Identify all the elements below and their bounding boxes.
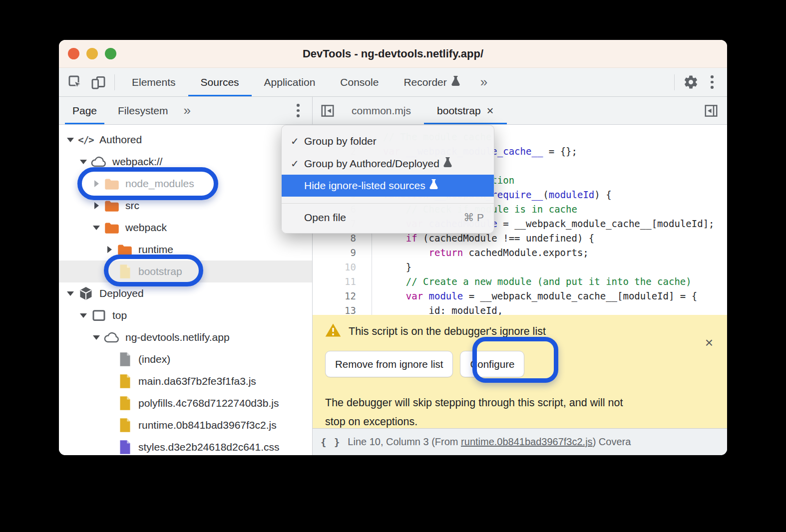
zoom-window-button[interactable] (105, 48, 116, 59)
code-line-text: var module = __webpack_module_cache__[mo… (383, 289, 697, 303)
tree-item-top[interactable]: top (59, 304, 312, 326)
ignore-list-banner: This script is on the debugger's ignore … (313, 315, 727, 428)
tree-item-bootstrap[interactable]: bootstrap (59, 261, 312, 282)
tree-item-label: (index) (138, 353, 170, 365)
tree-item-ng-devtools-netlify-app[interactable]: ng-devtools.netlify.app (59, 326, 312, 348)
tree-item-webpack[interactable]: webpack (59, 217, 312, 239)
menu-item-label: Group by Authored/Deployed (304, 158, 439, 170)
banner-close-icon[interactable]: × (700, 334, 718, 352)
sidebar-kebab-icon[interactable] (288, 101, 308, 121)
source-map-link[interactable]: runtime.0b841bad3967f3c2.js (461, 436, 593, 447)
menu-item-group-by-folder[interactable]: ✓Group by folder (282, 130, 494, 152)
code-line: 13 id: moduleId, (313, 303, 727, 315)
sidebar-tab-filesystem[interactable]: Filesystem (110, 97, 175, 124)
tree-item-src[interactable]: src (59, 195, 312, 217)
tree-item-label: node_modules (125, 178, 194, 190)
tree-item-styles-d3e2b24618d2c641-css[interactable]: styles.d3e2b24618d2c641.css (59, 436, 312, 455)
chevron-down-icon[interactable] (90, 226, 103, 230)
main-menu-kebab-icon[interactable] (702, 72, 722, 92)
tree-item-webpack[interactable]: webpack:// (59, 151, 312, 173)
editor-tab-common-mjs[interactable]: common.mjs (339, 97, 424, 124)
tree-item-deployed[interactable]: Deployed (59, 282, 312, 304)
tab-recorder[interactable]: Recorder (391, 68, 472, 96)
editor-tab-bar: common.mjsbootstrap× (313, 97, 727, 125)
toggle-navigator-panel-icon[interactable] (317, 100, 339, 122)
editor-tab-bootstrap[interactable]: bootstrap× (424, 97, 507, 124)
menu-shortcut: ⌘ P (463, 212, 484, 224)
sidebar-tabs: PageFilesystem (59, 97, 175, 124)
editor-status-bar: { } Line 10, Column 3 (From runtime.0b84… (313, 428, 727, 455)
close-tab-icon[interactable]: × (487, 105, 494, 117)
editor-tab-label: common.mjs (352, 105, 411, 117)
code-line: 10 } (313, 260, 727, 274)
line-number[interactable]: 9 (313, 246, 356, 260)
minimize-window-button[interactable] (86, 48, 98, 59)
tree-item-node-modules[interactable]: node_modules (59, 173, 312, 195)
more-panels-button[interactable]: » (472, 68, 495, 96)
tree-item-label: ng-devtools.netlify.app (125, 331, 230, 343)
chevron-down-icon[interactable] (64, 138, 77, 142)
tree-item-polyfills-4c768d7122740d3b-js[interactable]: polyfills.4c768d7122740d3b.js (59, 392, 312, 414)
chevron-down-icon[interactable] (77, 160, 90, 164)
sidebar-tab-label: Filesystem (118, 105, 168, 117)
banner-description: The debugger will skip stepping through … (325, 393, 727, 431)
code-line-text: id: moduleId, (383, 303, 503, 315)
tab-console[interactable]: Console (328, 68, 391, 96)
sidebar-tab-page[interactable]: Page (65, 97, 104, 124)
tab-application[interactable]: Application (252, 68, 328, 96)
inspect-element-icon[interactable] (64, 71, 87, 94)
tree-item-label: polyfills.4c768d7122740d3b.js (138, 397, 279, 409)
toggle-debugger-sidebar-icon[interactable] (700, 100, 722, 122)
tree-item-main-da63f7b2fe3f1fa3-js[interactable]: main.da63f7b2fe3f1fa3.js (59, 370, 312, 392)
tree-item-index[interactable]: (index) (59, 348, 312, 370)
tree-item-label: src (125, 200, 139, 212)
tree-item-runtime[interactable]: runtime (59, 239, 312, 261)
tree-item-label: Authored (99, 134, 142, 146)
tab-elements[interactable]: Elements (119, 68, 188, 96)
tab-sources[interactable]: Sources (188, 68, 252, 96)
configure-button[interactable]: Configure (460, 351, 524, 377)
code-line: 9 return cachedModule.exports; (313, 246, 727, 260)
chevron-right-icon[interactable] (103, 246, 116, 253)
chevron-down-icon[interactable] (90, 335, 103, 340)
tree-item-label: main.da63f7b2fe3f1fa3.js (138, 375, 256, 387)
tab-label: Elements (132, 76, 176, 88)
cloud-icon (103, 332, 121, 343)
toolbar-divider (114, 74, 115, 90)
line-number[interactable]: 12 (313, 289, 356, 303)
tree-item-label: styles.d3e2b24618d2c641.css (138, 441, 280, 453)
window-title: DevTools - ng-devtools.netlify.app/ (59, 47, 727, 60)
remove-from-ignore-list-button[interactable]: Remove from ignore list (325, 351, 453, 377)
chevron-right-icon[interactable] (90, 180, 103, 187)
folder-icon (103, 222, 121, 234)
tree-item-label: webpack:// (112, 156, 162, 168)
menu-item-label: Group by folder (304, 135, 377, 147)
sources-sidebar: PageFilesystem » </>Authoredwebpack://no… (59, 97, 313, 455)
sidebar-more-tabs-button[interactable]: » (175, 97, 198, 124)
experiment-flask-icon (439, 157, 452, 170)
tree-item-authored[interactable]: </>Authored (59, 129, 312, 151)
menu-item-hide-ignore-listed-sources[interactable]: Hide ignore-listed sources (282, 175, 494, 197)
menu-item-group-by-authored-deployed[interactable]: ✓Group by Authored/Deployed (282, 152, 494, 175)
navigator-context-menu: ✓Group by folder✓Group by Authored/Deplo… (281, 125, 494, 234)
tree-item-runtime-0b841bad3967f3c2-js[interactable]: runtime.0b841bad3967f3c2.js (59, 414, 312, 436)
chevron-right-icon[interactable] (90, 202, 103, 209)
pretty-print-icon[interactable]: { } (321, 437, 341, 448)
sidebar-tab-bar: PageFilesystem » (59, 97, 312, 125)
tree-item-label: runtime.0b841bad3967f3c2.js (138, 419, 277, 431)
menu-item-label: Hide ignore-listed sources (304, 180, 425, 192)
cube-icon (77, 286, 95, 301)
tree-item-label: webpack (125, 222, 167, 234)
line-number[interactable]: 10 (313, 260, 356, 274)
chevron-down-icon[interactable] (64, 291, 77, 296)
settings-gear-icon[interactable] (679, 71, 702, 94)
chevron-down-icon[interactable] (77, 313, 90, 318)
warning-icon (325, 323, 341, 340)
banner-buttons: Remove from ignore listConfigure (325, 351, 727, 377)
line-number[interactable]: 13 (313, 303, 356, 315)
close-window-button[interactable] (68, 48, 79, 59)
editor-tab-label: bootstrap (437, 105, 481, 117)
menu-item-open-file[interactable]: Open file⌘ P (282, 204, 494, 232)
line-number[interactable]: 11 (313, 274, 356, 289)
device-toolbar-icon[interactable] (87, 71, 110, 94)
